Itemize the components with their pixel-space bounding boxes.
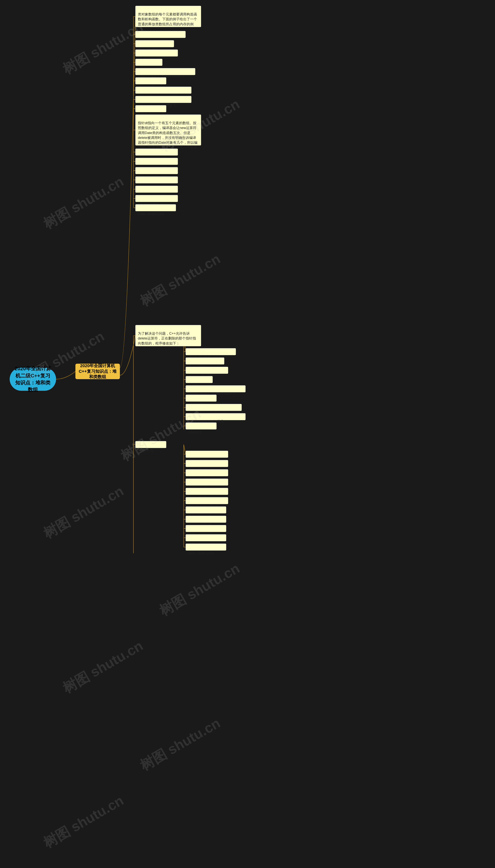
out1-destructor: Date destructor <box>135 204 176 211</box>
desc2-box: 指针dt指向一个有五个元素的数组。按照数组的定义，编译器会让new运算符调用Da… <box>135 115 201 146</box>
watermark-9: 树图 shutu.cn <box>59 636 147 697</box>
out2-process: Process the date <box>186 497 228 504</box>
out2-1: Date constructor <box>186 451 228 458</box>
code-dt2: Date* dt = new Date[5]; <box>186 404 242 411</box>
out2-4: Date constructor <box>186 479 228 486</box>
out2-2: Date constructor <box>186 460 228 467</box>
code-return1: return 0; <box>135 105 166 112</box>
mind-map-container: 树图 shutu.cn 树图 shutu.cn 树图 shutu.cn 树图 s… <box>0 0 495 868</box>
out1-2: Date constructor <box>135 158 178 165</box>
watermark-7: 树图 shutu.cn <box>40 482 127 542</box>
desc3-box: 为了解决这个问题，C++允许告诉delete运算符，正在删除的那个指针指向数组的… <box>135 325 201 346</box>
code-classdate1: class Date <box>135 40 174 47</box>
code-delete2: cout < delete [] dt; //这儿 <box>186 413 245 420</box>
out2-dest2: Date destructor <box>186 516 226 523</box>
out1-3: Date constructor <box>135 167 178 174</box>
watermark-11: 树图 shutu.cn <box>40 791 127 852</box>
code-date-ctor1: Date() { cout < ~Date() { cout< } <box>135 68 195 75</box>
connectors <box>0 0 495 868</box>
code-main2: int main() <box>186 395 217 402</box>
code-include1: #include iostream.h <box>135 31 186 38</box>
out1-4: Date constructor <box>135 177 178 183</box>
root-node: 2020年全国计算机二级C++复习知识点：堆和类数组 <box>10 368 56 391</box>
out2-dest1: Date destructor <box>186 506 226 513</box>
watermark-8: 树图 shutu.cn <box>156 559 243 620</box>
out1-5: Date constructor <box>135 186 178 193</box>
watermark-3: 树图 shutu.cn <box>40 172 127 233</box>
out2-3: Date constructor <box>186 469 228 476</box>
second-node: 2020年全国计算机C++复习知识点：堆和类数组 <box>75 364 120 379</box>
code-main1: int main() <box>135 78 166 84</box>
out2-dest4: Date destructor <box>186 534 226 541</box>
desc1-box: 类对象数组的每个元素都要调用构造函数和析构函数。下面的例子给出了一个普通的释放类… <box>135 6 201 27</box>
code-int-mo2: int mo, da, yr; <box>186 367 228 374</box>
out2-dest3: Date destructor <box>186 525 226 532</box>
desc3-text: 为了解决这个问题，C++允许告诉delete运算符，正在删除的那个指针指向数组的… <box>138 332 196 345</box>
code-classdate2: class Date <box>186 357 224 365</box>
out2-dest5: Date destructor <box>186 544 226 551</box>
watermark-10: 树图 shutu.cn <box>137 714 224 775</box>
code-dt1: Date* dt = new Date[5]; <box>135 87 191 94</box>
desc1-text: 类对象数组的每个元素都要调用构造函数和析构函数。下面的例子给出了一个普通的释放类… <box>138 12 197 31</box>
code-delete1: cout < delete dt; //这儿 <box>135 96 191 103</box>
code-include2: #include iostream.h <box>186 348 236 355</box>
code-public2: public: <box>186 376 213 383</box>
code-public1: public: <box>135 59 163 66</box>
second-label: 2020年全国计算机C++复习知识点：堆和类数组 <box>77 363 118 380</box>
out1-process: Process the date <box>135 195 178 202</box>
watermark: 树图 shutu.cn 树图 shutu.cn 树图 shutu.cn 树图 s… <box>0 0 495 868</box>
watermark-1: 树图 shutu.cn <box>59 17 147 78</box>
out1-1: Date constructor <box>135 149 178 155</box>
out2-5: Date constructor <box>186 488 228 495</box>
code-return2: return 0; <box>186 422 217 430</box>
output-label: 将输出为： <box>135 441 166 448</box>
code-date-ctor2: Date() { cout < ~Date() { cout< } <box>186 385 245 392</box>
svg-line-33 <box>184 445 186 454</box>
code-int-mo1: int mo, da, yr; <box>135 50 178 56</box>
root-label: 2020年全国计算机二级C++复习知识点：堆和类数组 <box>14 365 52 393</box>
watermark-4: 树图 shutu.cn <box>137 250 224 311</box>
